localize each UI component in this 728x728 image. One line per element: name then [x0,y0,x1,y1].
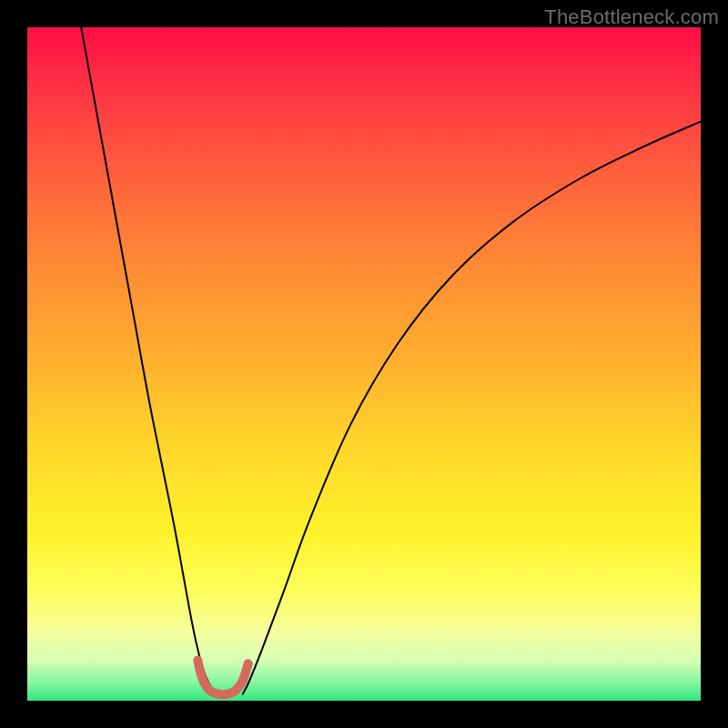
plot-area [27,27,701,701]
series-valley-marker [197,661,248,695]
watermark-text: TheBottleneck.com [544,5,719,29]
series-left-branch [81,27,216,694]
series-right-branch [243,122,701,694]
chart-svg [27,27,701,701]
